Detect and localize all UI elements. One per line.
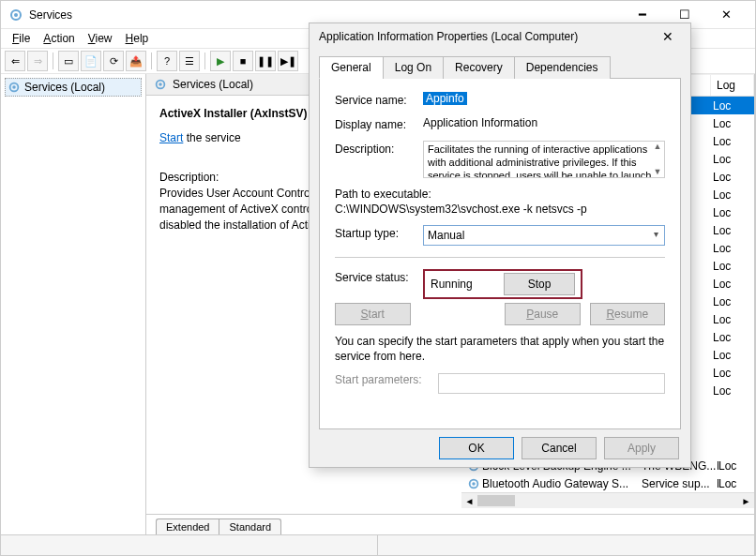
dialog-titlebar: Application Information Properties (Loca… <box>310 23 690 50</box>
start-suffix: the service <box>183 131 240 144</box>
dialog-close-icon[interactable]: ✕ <box>655 29 681 44</box>
startup-type-combo[interactable]: Manual <box>423 225 665 246</box>
svg-point-5 <box>159 83 162 86</box>
tab-recovery[interactable]: Recovery <box>443 56 515 79</box>
menu-action[interactable]: Action <box>38 30 80 47</box>
status-highlight: Running Stop <box>423 269 582 299</box>
view-tabs: Extended Standard <box>146 514 754 534</box>
apply-button: Apply <box>604 437 679 459</box>
dialog-title: Application Information Properties (Loca… <box>319 30 655 43</box>
dialog-tabs: General Log On Recovery Dependencies <box>319 55 681 79</box>
menu-view[interactable]: View <box>83 30 118 47</box>
svg-point-9 <box>472 482 476 486</box>
close-button[interactable]: ✕ <box>705 1 748 29</box>
scroll-down-icon[interactable]: ▼ <box>654 167 662 177</box>
path-value: C:\WINDOWS\system32\svchost.exe -k netsv… <box>335 203 665 216</box>
scroll-right-icon[interactable]: ► <box>738 493 754 508</box>
display-name-value: Application Information <box>423 116 665 129</box>
startup-type-value: Manual <box>428 229 464 242</box>
restart-icon[interactable]: ▶❚ <box>278 51 298 71</box>
description-label: Description: <box>335 141 423 156</box>
refresh-icon[interactable]: ⟳ <box>103 51 124 71</box>
startup-type-label: Startup type: <box>335 225 423 240</box>
dialog-footer: OK Cancel Apply <box>310 429 690 467</box>
start-params-label: Start parameters: <box>335 373 438 386</box>
detail-header-label: Services (Local) <box>173 78 253 91</box>
play-icon[interactable]: ▶ <box>210 51 231 71</box>
scroll-thumb[interactable] <box>477 495 515 506</box>
pause-button: Pause <box>505 303 581 325</box>
menu-help[interactable]: Help <box>120 30 155 47</box>
properties-icon[interactable]: ☰ <box>179 51 200 71</box>
service-name-label: Service name: <box>335 92 423 107</box>
description-value: Facilitates the running of interactive a… <box>428 143 651 178</box>
tab-logon[interactable]: Log On <box>383 56 444 79</box>
start-params-input <box>438 373 665 394</box>
properties-window-icon[interactable]: ▭ <box>58 51 79 71</box>
tab-standard[interactable]: Standard <box>219 518 281 534</box>
gear-icon <box>8 81 21 94</box>
service-status-value: Running <box>431 278 496 291</box>
general-panel: Service name: Appinfo Display name: Appl… <box>319 79 681 429</box>
status-bar <box>1 534 755 555</box>
ok-button[interactable]: OK <box>439 437 514 459</box>
description-box[interactable]: Facilitates the running of interactive a… <box>423 141 665 178</box>
service-name-value[interactable]: Appinfo <box>423 92 467 105</box>
forward-button[interactable]: ⇒ <box>27 51 48 71</box>
cancel-button[interactable]: Cancel <box>522 437 597 459</box>
stop-icon[interactable]: ■ <box>233 51 253 71</box>
tree-item-label: Services (Local) <box>24 81 105 94</box>
back-button[interactable]: ⇐ <box>5 51 25 71</box>
scroll-left-icon[interactable]: ◄ <box>461 493 477 508</box>
svg-point-3 <box>12 85 16 89</box>
export-icon[interactable]: 📤 <box>126 51 146 71</box>
hscrollbar[interactable]: ◄ ► <box>461 492 754 508</box>
gear-icon <box>154 78 167 91</box>
tab-dependencies[interactable]: Dependencies <box>514 56 611 79</box>
service-status-label: Service status: <box>335 269 423 284</box>
tree-item-services-local[interactable]: Services (Local) <box>5 78 142 97</box>
export-list-icon[interactable]: 📄 <box>81 51 101 71</box>
path-label: Path to executable: <box>335 188 665 201</box>
tree-pane: Services (Local) <box>1 74 146 534</box>
col-log[interactable]: Log <box>711 75 754 96</box>
window-title: Services <box>29 8 621 22</box>
help-icon[interactable]: ? <box>157 51 177 71</box>
start-params-hint: You can specify the start parameters tha… <box>335 335 665 364</box>
properties-dialog: Application Information Properties (Loca… <box>309 23 691 468</box>
menu-file[interactable]: File <box>7 30 36 47</box>
display-name-label: Display name: <box>335 116 423 131</box>
tab-general[interactable]: General <box>319 56 384 79</box>
resume-button: Resume <box>590 303 666 325</box>
start-link[interactable]: Start <box>159 131 183 144</box>
start-button: Start <box>335 303 411 325</box>
services-app-icon <box>8 8 23 23</box>
svg-point-1 <box>14 13 18 17</box>
pause-icon[interactable]: ❚❚ <box>255 51 276 71</box>
scroll-up-icon[interactable]: ▲ <box>654 142 662 152</box>
stop-button[interactable]: Stop <box>504 273 575 295</box>
tab-extended[interactable]: Extended <box>156 518 219 534</box>
list-row[interactable]: Bluetooth Audio Gateway S...Service sup.… <box>461 474 754 492</box>
